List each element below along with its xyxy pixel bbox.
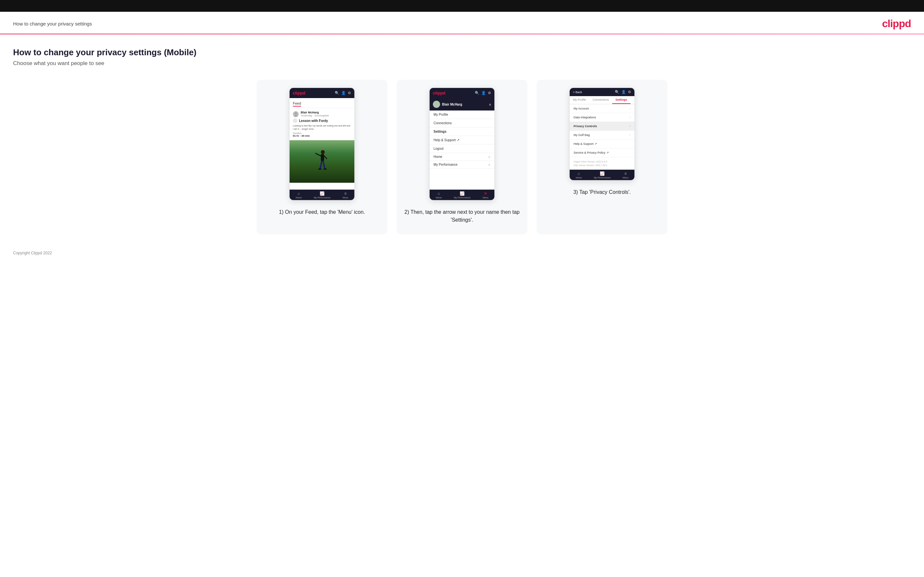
menu-avatar [433, 101, 440, 108]
lesson-icon [293, 118, 297, 123]
step1-icons: 🔍 👤 ⚙ [335, 91, 351, 95]
bottomnav-menu[interactable]: ≡ Menu [623, 171, 628, 179]
page-title: How to change your privacy settings (Mob… [13, 47, 911, 58]
svg-line-8 [323, 161, 325, 168]
performance-chevron: ∨ [488, 163, 491, 166]
menu-label: Menu [483, 197, 488, 199]
header: How to change your privacy settings clip… [0, 12, 924, 34]
step3-bottomnav: ⌂ Home 📈 My Performance ≡ Menu [570, 170, 635, 180]
svg-line-7 [320, 161, 322, 168]
bottomnav-performance: 📈 My Performance [314, 191, 331, 199]
step-3-caption: 3) Tap 'Privacy Controls'. [573, 188, 631, 196]
svg-line-4 [316, 153, 321, 156]
menu-section-home[interactable]: Home ∨ [430, 153, 494, 161]
menu-items-list: My Profile Connections Settings Help & S… [430, 111, 494, 169]
performance-label: My Performance [594, 177, 611, 179]
home-label: Home [575, 177, 582, 179]
tab-connections[interactable]: Connections [589, 96, 612, 104]
search-icon: 🔍 [335, 91, 339, 95]
feed-description: Looking to feel like my hands are exitin… [293, 124, 351, 131]
svg-line-5 [324, 156, 327, 158]
duration-label: Duration [293, 132, 351, 134]
menu-username: Blair McHarg [442, 103, 462, 106]
step-1-caption: 1) On your Feed, tap the 'Menu' icon. [279, 208, 365, 216]
menu-icon: ≡ [624, 171, 627, 176]
step1-logo: clippd [293, 90, 305, 95]
dataintegrations-label: Data Integrations [573, 116, 596, 119]
svg-point-10 [324, 168, 327, 170]
settings-privacycontrols[interactable]: Privacy Controls › [570, 122, 635, 131]
helpsupport-label: Help & Support ↗ [573, 142, 597, 145]
bottomnav-home: ⌂ Home [296, 191, 302, 199]
menu-item-settings[interactable]: Settings [430, 127, 494, 136]
settings-version: Clippd Client Version: 2022.8.3-3 GQL Se… [570, 157, 635, 170]
step3-icons: 🔍 👤 ⚙ [615, 90, 631, 94]
client-version: Clippd Client Version: 2022.8.3-3 [573, 160, 630, 163]
mygolfbag-chevron: › [630, 134, 630, 137]
step3-backbar: < Back 🔍 👤 ⚙ [570, 88, 635, 96]
settings-icon: ⚙ [488, 91, 491, 95]
step2-bottomnav: ⌂ Home 📈 My Performance ✕ Menu [430, 190, 494, 200]
feed-user-info: Blair McHarg Yesterday · Sunningdale [301, 111, 329, 117]
myaccount-chevron: › [630, 107, 630, 110]
main-content: How to change your privacy settings (Mob… [0, 34, 924, 241]
bottomnav-performance: 📈 My Performance [594, 171, 611, 179]
menu-item-helpsupport[interactable]: Help & Support ↗ [430, 136, 494, 145]
clippd-logo: clippd [882, 18, 911, 30]
user-icon: 👤 [621, 90, 626, 94]
feed-usersub: Yesterday · Sunningdale [301, 114, 329, 117]
svg-line-6 [315, 153, 316, 158]
step2-logo: clippd [433, 90, 445, 95]
bottomnav-menu[interactable]: ≡ Menu [342, 191, 349, 199]
svg-point-9 [318, 168, 321, 170]
menu-section-performance[interactable]: My Performance ∨ [430, 161, 494, 169]
steps-container: clippd 🔍 👤 ⚙ Feed [13, 80, 911, 234]
step2-icons: 🔍 👤 ⚙ [475, 91, 491, 95]
top-bar [0, 0, 924, 12]
step-2-card: clippd 🔍 👤 ⚙ Blair McHarg ∧ [397, 80, 527, 234]
close-icon: ✕ [484, 191, 487, 196]
home-icon: ⌂ [438, 191, 440, 196]
performance-label: My Performance [454, 197, 470, 199]
tab-settings[interactable]: Settings [612, 96, 630, 104]
feed-user-row: Blair McHarg Yesterday · Sunningdale [293, 111, 351, 117]
privacycontrols-chevron: › [630, 124, 630, 128]
home-label: Home [436, 197, 442, 199]
menu-label: Menu [623, 177, 628, 179]
settings-serviceprivacy[interactable]: Service & Privacy Policy ↗ [570, 148, 635, 157]
menu-user-row[interactable]: Blair McHarg ∧ [430, 98, 494, 111]
step1-bottomnav: ⌂ Home 📈 My Performance ≡ Menu [289, 190, 354, 200]
lesson-title: Lesson with Fordy [299, 119, 328, 122]
menu-item-logout[interactable]: Logout [430, 145, 494, 153]
feed-image [289, 140, 354, 183]
settings-mygolfbag[interactable]: My Golf Bag › [570, 131, 635, 140]
step-3-phone: < Back 🔍 👤 ⚙ My Profile Connections Sett… [569, 88, 635, 181]
performance-icon: 📈 [460, 191, 465, 196]
svg-rect-3 [321, 154, 324, 161]
home-icon: ⌂ [577, 171, 580, 176]
duration-value: 01 hr : 30 min [293, 134, 351, 137]
user-icon: 👤 [341, 91, 346, 95]
privacycontrols-label: Privacy Controls [573, 124, 597, 128]
menu-item-connections[interactable]: Connections [430, 119, 494, 127]
bottomnav-home: ⌂ Home [436, 191, 442, 199]
section-performance-label: My Performance [433, 163, 457, 166]
step-1-phone: clippd 🔍 👤 ⚙ Feed [289, 88, 355, 200]
bottomnav-menu-close[interactable]: ✕ Menu [483, 191, 488, 199]
breadcrumb: How to change your privacy settings [13, 21, 92, 26]
step-1-card: clippd 🔍 👤 ⚙ Feed [257, 80, 388, 234]
tab-myprofile[interactable]: My Profile [570, 96, 589, 104]
settings-myaccount[interactable]: My Account › [570, 104, 635, 113]
settings-list: My Account › Data Integrations › Privacy… [570, 104, 635, 170]
settings-dataintegrations[interactable]: Data Integrations › [570, 113, 635, 122]
dataintegrations-chevron: › [630, 116, 630, 119]
feed-post: Blair McHarg Yesterday · Sunningdale Les… [289, 108, 354, 140]
settings-icon: ⚙ [348, 91, 351, 95]
server-version: GQL Server Version: 2022.7.30-1 [573, 163, 630, 167]
back-button[interactable]: < Back [573, 90, 582, 94]
menu-item-myprofile[interactable]: My Profile [430, 111, 494, 119]
golfer-figure [313, 149, 331, 179]
copyright-text: Copyright Clippd 2022 [13, 251, 52, 255]
settings-helpsupport[interactable]: Help & Support ↗ [570, 140, 635, 148]
feed-tab: Feed [293, 102, 301, 106]
